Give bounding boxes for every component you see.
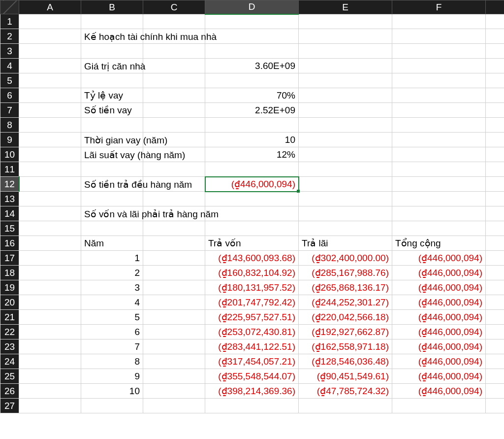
cell-header[interactable]: Năm	[81, 236, 143, 251]
cell[interactable]	[486, 310, 504, 325]
cell[interactable]	[299, 162, 392, 177]
cell[interactable]	[81, 73, 143, 88]
row-header[interactable]: 3	[0, 44, 19, 59]
cell[interactable]	[19, 147, 81, 162]
cell-selected[interactable]: (₫446,000,094)	[205, 177, 299, 192]
cell-label[interactable]: Tỷ lệ vay	[81, 88, 143, 103]
cell-year[interactable]: 7	[81, 339, 143, 354]
cell[interactable]	[19, 103, 81, 118]
cell-interest[interactable]: (₫90,451,549.61)	[299, 369, 392, 384]
cell-principal[interactable]: (₫143,600,093.68)	[205, 251, 299, 266]
cell[interactable]	[486, 103, 504, 118]
cell-year[interactable]: 3	[81, 280, 143, 295]
cell-year[interactable]: 2	[81, 266, 143, 280]
cell-principal[interactable]: (₫160,832,104.92)	[205, 266, 299, 280]
cell-total[interactable]: (₫446,000,094)	[392, 266, 486, 280]
cell[interactable]	[19, 88, 81, 103]
cell-total[interactable]: (₫446,000,094)	[392, 280, 486, 295]
cell[interactable]	[486, 177, 504, 192]
cell[interactable]	[299, 103, 392, 118]
row-header[interactable]: 23	[0, 339, 19, 354]
cell[interactable]	[486, 399, 504, 413]
row-header[interactable]: 20	[0, 295, 19, 310]
cell[interactable]	[486, 73, 504, 88]
cell[interactable]	[392, 88, 486, 103]
col-header-C[interactable]: C	[143, 0, 205, 14]
row-header[interactable]: 1	[0, 14, 19, 29]
cell[interactable]	[19, 280, 81, 295]
cell[interactable]	[486, 14, 504, 29]
cell[interactable]	[299, 59, 392, 73]
cell[interactable]	[486, 236, 504, 251]
cell[interactable]	[205, 162, 299, 177]
cell[interactable]	[486, 325, 504, 339]
cell-principal[interactable]: (₫355,548,544.07)	[205, 369, 299, 384]
col-header-B[interactable]: B	[81, 0, 143, 14]
cell[interactable]	[205, 399, 299, 413]
cell-principal[interactable]: (₫283,441,122.51)	[205, 339, 299, 354]
row-header[interactable]: 6	[0, 88, 19, 103]
cell[interactable]	[486, 29, 504, 44]
row-header[interactable]: 8	[0, 118, 19, 133]
cell[interactable]	[299, 88, 392, 103]
cell[interactable]	[143, 44, 205, 59]
cell-label[interactable]: Giá trị căn nhà	[81, 59, 143, 73]
cell[interactable]	[19, 133, 81, 147]
cell-year[interactable]: 10	[81, 384, 143, 399]
cell[interactable]	[143, 103, 205, 118]
cell[interactable]	[486, 88, 504, 103]
cell-total[interactable]: (₫446,000,094)	[392, 310, 486, 325]
cell[interactable]	[205, 14, 299, 29]
cell[interactable]	[19, 236, 81, 251]
row-header[interactable]: 10	[0, 147, 19, 162]
cell[interactable]	[205, 44, 299, 59]
row-header[interactable]: 4	[0, 59, 19, 73]
cell[interactable]	[19, 251, 81, 266]
cell-total[interactable]: (₫446,000,094)	[392, 369, 486, 384]
cell[interactable]	[392, 133, 486, 147]
row-header[interactable]: 25	[0, 369, 19, 384]
cell[interactable]	[299, 192, 392, 206]
cell[interactable]	[19, 29, 81, 44]
row-header[interactable]: 11	[0, 162, 19, 177]
cell[interactable]	[19, 44, 81, 59]
row-header[interactable]: 7	[0, 103, 19, 118]
cell[interactable]	[486, 251, 504, 266]
cell[interactable]	[486, 280, 504, 295]
cell[interactable]	[81, 221, 143, 236]
row-header[interactable]: 14	[0, 206, 19, 221]
row-header[interactable]: 5	[0, 73, 19, 88]
cell-principal[interactable]: (₫317,454,057.21)	[205, 354, 299, 369]
cell-header[interactable]: Tổng cộng	[392, 236, 486, 251]
cell[interactable]	[143, 251, 205, 266]
cell-label[interactable]: Số tiền vay	[81, 103, 143, 118]
cell[interactable]	[205, 29, 299, 44]
cell[interactable]	[486, 59, 504, 73]
cell[interactable]	[19, 177, 81, 192]
cell-total[interactable]: (₫446,000,094)	[392, 295, 486, 310]
cell[interactable]	[299, 44, 392, 59]
cell[interactable]	[143, 236, 205, 251]
cell-total[interactable]: (₫446,000,094)	[392, 354, 486, 369]
col-header-next[interactable]	[486, 0, 504, 14]
row-header[interactable]: 21	[0, 310, 19, 325]
cell[interactable]	[19, 192, 81, 206]
row-header[interactable]: 16	[0, 236, 19, 251]
cell[interactable]	[19, 339, 81, 354]
row-header[interactable]: 26	[0, 384, 19, 399]
cell-year[interactable]: 1	[81, 251, 143, 266]
cell[interactable]	[19, 310, 81, 325]
cell[interactable]	[392, 59, 486, 73]
cell[interactable]	[299, 133, 392, 147]
cell[interactable]	[486, 221, 504, 236]
cell[interactable]	[81, 162, 143, 177]
cell-year[interactable]: 8	[81, 354, 143, 369]
cell-label[interactable]: Lãi suất vay (hàng năm)	[81, 147, 143, 162]
cell[interactable]	[392, 44, 486, 59]
cell[interactable]	[143, 59, 205, 73]
cell-label[interactable]: Thời gian vay (năm)	[81, 133, 143, 147]
cell[interactable]	[486, 162, 504, 177]
cell[interactable]	[299, 206, 392, 221]
cell[interactable]	[143, 266, 205, 280]
cell[interactable]	[486, 354, 504, 369]
